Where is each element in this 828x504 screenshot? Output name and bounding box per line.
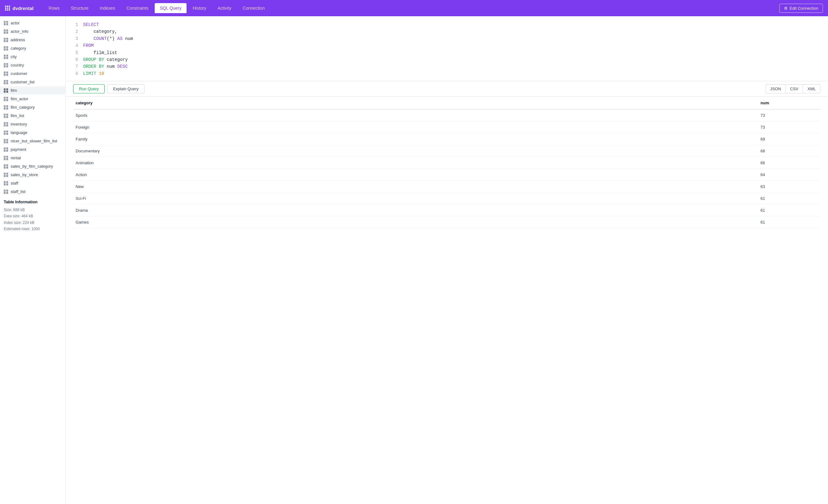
sidebar-item-payment[interactable]: payment	[0, 145, 65, 154]
sidebar-item-label: customer	[11, 71, 27, 76]
xml-export-button[interactable]: XML	[803, 84, 821, 93]
sidebar-item-sales_by_film_category[interactable]: sales_by_film_category	[0, 162, 65, 171]
sql-editor[interactable]: 1 SELECT 2 category, 3 COUNT(*) AS num 4…	[66, 16, 828, 81]
code-count-line: COUNT(*) AS num	[83, 35, 133, 42]
code-from: FROM	[83, 42, 94, 49]
sidebar-item-label: sales_by_film_category	[11, 164, 53, 169]
table-icon	[4, 46, 8, 51]
table-row: Animation66	[73, 157, 821, 169]
index-size-label: Index size:	[4, 221, 22, 225]
sidebar-item-sales_by_store[interactable]: sales_by_store	[0, 171, 65, 179]
cell-num: 69	[758, 133, 821, 145]
code-line-7: 7 ORDER BY num DESC	[73, 63, 821, 70]
code-line-2: 2 category,	[73, 28, 821, 35]
nav-item-indexes[interactable]: Indexes	[95, 3, 120, 13]
cell-category: Foreign	[73, 122, 758, 133]
cell-category: Family	[73, 133, 758, 145]
size-value: 688 kB	[13, 208, 25, 212]
results-area: category num Sports73Foreign73Family69Do…	[66, 97, 828, 504]
sidebar-item-category[interactable]: category	[0, 44, 65, 52]
code-line-5: 5 film_list	[73, 49, 821, 56]
cell-num: 61	[758, 193, 821, 204]
cell-category: Action	[73, 169, 758, 181]
sidebar-item-city[interactable]: city	[0, 52, 65, 61]
nav-item-structure[interactable]: Structure	[66, 3, 94, 13]
sidebar-item-film[interactable]: film	[0, 86, 65, 95]
data-size-label: Data size:	[4, 214, 20, 218]
table-row: Family69	[73, 133, 821, 145]
code-line-1: 1 SELECT	[73, 21, 821, 28]
sidebar-item-staff[interactable]: staff	[0, 179, 65, 187]
table-icon	[4, 122, 8, 127]
nav-items: Rows Structure Indexes Constraints SQL Q…	[44, 3, 780, 13]
line-num-3: 3	[73, 35, 78, 42]
col-header-category: category	[73, 97, 758, 109]
line-num-2: 2	[73, 28, 78, 35]
settings-icon: ⚙	[784, 6, 788, 11]
cell-category: Games	[73, 216, 758, 228]
sidebar-tables: actoractor_infoaddresscategorycitycountr…	[0, 19, 65, 196]
sidebar-item-actor[interactable]: actor	[0, 19, 65, 27]
sidebar-item-inventory[interactable]: inventory	[0, 120, 65, 128]
line-num-8: 8	[73, 70, 78, 77]
table-icon	[4, 147, 8, 152]
run-query-button[interactable]: Run Query	[73, 84, 105, 93]
sidebar-item-label: film_list	[11, 113, 24, 118]
data-size-value: 464 kB	[22, 214, 33, 218]
main-layout: actoractor_infoaddresscategorycitycountr…	[0, 16, 828, 504]
sidebar-item-label: customer_list	[11, 80, 35, 84]
nav-item-sql-query[interactable]: SQL Query	[155, 3, 187, 13]
sidebar-item-film_list[interactable]: film_list	[0, 111, 65, 120]
sidebar-item-label: country	[11, 63, 24, 67]
sidebar-item-label: category	[11, 46, 26, 51]
brand: dvdrental	[5, 6, 34, 11]
code-category: category,	[83, 28, 117, 35]
nav-item-rows[interactable]: Rows	[44, 3, 65, 13]
cell-category: Documentary	[73, 145, 758, 157]
sidebar-item-film_actor[interactable]: film_actor	[0, 95, 65, 103]
code-line-6: 6 GROUP BY category	[73, 56, 821, 63]
results-tbody: Sports73Foreign73Family69Documentary68An…	[73, 109, 821, 228]
sidebar-item-rental[interactable]: rental	[0, 154, 65, 162]
sidebar-item-language[interactable]: language	[0, 128, 65, 137]
col-header-num: num	[758, 97, 821, 109]
results-table: category num Sports73Foreign73Family69Do…	[73, 97, 821, 228]
cell-num: 73	[758, 122, 821, 133]
sidebar-item-staff_list[interactable]: staff_list	[0, 187, 65, 196]
sidebar-item-address[interactable]: address	[0, 36, 65, 44]
code-line-3: 3 COUNT(*) AS num	[73, 35, 821, 42]
sidebar-item-label: language	[11, 130, 28, 135]
code-line-4: 4 FROM	[73, 42, 821, 49]
table-row: Foreign73	[73, 122, 821, 133]
table-icon	[4, 131, 8, 135]
code-orderby: ORDER BY num DESC	[83, 63, 128, 70]
nav-item-activity[interactable]: Activity	[212, 3, 236, 13]
cell-category: New	[73, 181, 758, 193]
sidebar-item-customer[interactable]: customer	[0, 69, 65, 78]
sidebar-item-label: payment	[11, 147, 26, 152]
table-icon	[4, 105, 8, 109]
sidebar-item-customer_list[interactable]: customer_list	[0, 78, 65, 86]
csv-export-button[interactable]: CSV	[786, 84, 803, 93]
edit-connection-button[interactable]: ⚙ Edit Connection	[779, 4, 823, 13]
nav-item-connection[interactable]: Connection	[238, 3, 270, 13]
explain-query-button[interactable]: Explain Query	[107, 84, 145, 93]
cell-category: Sports	[73, 109, 758, 122]
table-icon	[4, 97, 8, 101]
table-icon	[4, 72, 8, 76]
sidebar-item-film_category[interactable]: film_category	[0, 103, 65, 111]
content-area: 1 SELECT 2 category, 3 COUNT(*) AS num 4…	[66, 16, 828, 504]
nav-item-constraints[interactable]: Constraints	[121, 3, 154, 13]
sidebar-item-actor_info[interactable]: actor_info	[0, 27, 65, 36]
table-icon	[4, 88, 8, 93]
sidebar-item-nicer_but_slower_film_list[interactable]: nicer_but_slower_film_list	[0, 137, 65, 145]
size-label: Size:	[4, 208, 12, 212]
sidebar-item-country[interactable]: country	[0, 61, 65, 69]
cell-num: 68	[758, 145, 821, 157]
table-estimated-rows: Estimated rows: 1000	[4, 226, 61, 232]
table-icon	[4, 29, 8, 34]
json-export-button[interactable]: JSON	[765, 84, 786, 93]
brand-name: dvdrental	[12, 6, 34, 11]
code-select: SELECT	[83, 21, 99, 28]
nav-item-history[interactable]: History	[188, 3, 211, 13]
